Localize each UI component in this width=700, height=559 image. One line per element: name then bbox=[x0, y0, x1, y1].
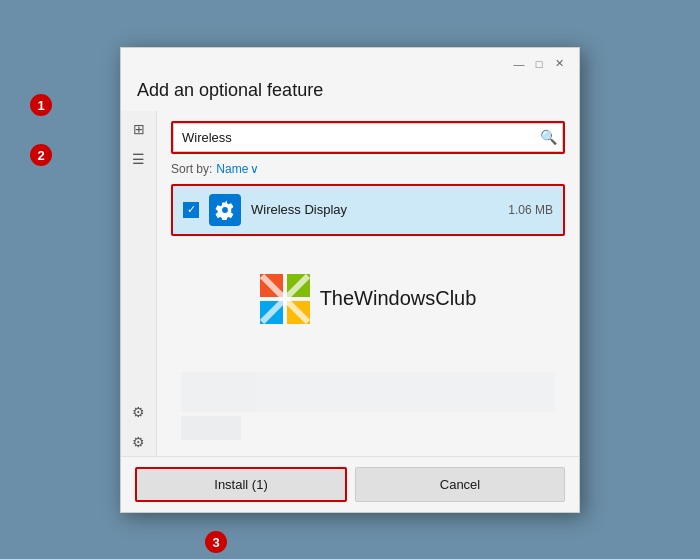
cancel-button[interactable]: Cancel bbox=[355, 467, 565, 502]
step-number-2: 2 bbox=[30, 144, 52, 166]
sidebar-icon-settings-1[interactable]: ⚙ bbox=[125, 398, 153, 426]
sidebar-icon-menu[interactable]: ☰ bbox=[125, 145, 153, 173]
watermark: TheWindowsClub bbox=[260, 274, 477, 324]
step-number-1: 1 bbox=[30, 94, 52, 116]
watermark-text: TheWindowsClub bbox=[320, 287, 477, 310]
dialog-body: ⊞ ☰ ⚙ ⚙ 🔍 Sort by: Name ∨ bbox=[121, 111, 579, 456]
windows-logo-icon bbox=[260, 274, 310, 324]
feature-size: 1.06 MB bbox=[508, 203, 553, 217]
dialog-footer: Install (1) Cancel bbox=[121, 456, 579, 512]
sort-dropdown[interactable]: Name ∨ bbox=[216, 162, 259, 176]
close-button[interactable]: ✕ bbox=[551, 56, 567, 72]
blurred-btn-1 bbox=[181, 416, 241, 440]
minimize-button[interactable]: — bbox=[511, 56, 527, 72]
maximize-button[interactable]: □ bbox=[531, 56, 547, 72]
watermark-area: TheWindowsClub bbox=[171, 244, 565, 354]
sidebar-icon-settings-2[interactable]: ⚙ bbox=[125, 428, 153, 456]
sort-bar: Sort by: Name ∨ bbox=[171, 162, 565, 176]
feature-list: ✓ Wireless Display 1.06 MB bbox=[171, 184, 565, 236]
install-button[interactable]: Install (1) bbox=[135, 467, 347, 502]
feature-icon-wireless-display bbox=[209, 194, 241, 226]
dialog-header: Add an optional feature bbox=[121, 76, 579, 111]
checkbox-checked[interactable]: ✓ bbox=[183, 202, 199, 218]
search-container: 🔍 bbox=[171, 121, 565, 154]
title-bar-controls: — □ ✕ bbox=[511, 56, 567, 72]
feature-item-wireless-display[interactable]: ✓ Wireless Display 1.06 MB bbox=[173, 186, 563, 234]
sidebar: ⊞ ☰ ⚙ ⚙ bbox=[121, 111, 157, 456]
step-number-3: 3 bbox=[205, 531, 227, 553]
sidebar-icon-home[interactable]: ⊞ bbox=[125, 115, 153, 143]
search-input[interactable] bbox=[173, 123, 563, 152]
search-button[interactable]: 🔍 bbox=[540, 129, 557, 145]
add-optional-feature-dialog: — □ ✕ Add an optional feature ⊞ ☰ ⚙ ⚙ 🔍 bbox=[120, 47, 580, 513]
sort-by-label: Sort by: bbox=[171, 162, 212, 176]
dialog-title: Add an optional feature bbox=[137, 80, 563, 101]
feature-name: Wireless Display bbox=[251, 202, 498, 217]
content-area: 🔍 Sort by: Name ∨ ✓ bbox=[157, 111, 579, 456]
feature-checkbox-wrapper: ✓ bbox=[183, 202, 199, 218]
blurred-section bbox=[181, 372, 555, 412]
faded-install-section bbox=[171, 362, 565, 446]
title-bar: — □ ✕ bbox=[121, 48, 579, 76]
